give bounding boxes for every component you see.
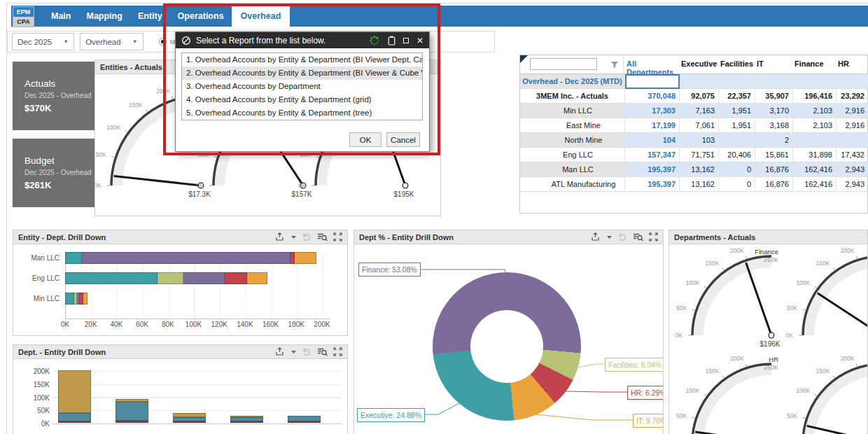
- table-cell[interactable]: 3,168: [755, 118, 793, 133]
- log-zoom-icon[interactable]: [633, 232, 643, 241]
- table-cell[interactable]: 20,406: [719, 148, 755, 162]
- table-cell[interactable]: 2,916: [836, 118, 868, 133]
- table-cell[interactable]: 13,162: [680, 177, 719, 192]
- table-cell[interactable]: 22,357: [719, 89, 755, 104]
- bar-segment-executive[interactable]: [65, 293, 74, 304]
- bar-segment-min-llc[interactable]: [173, 421, 206, 423]
- table-cell[interactable]: North Mine: [520, 133, 625, 148]
- expand-icon[interactable]: [649, 232, 658, 241]
- bar-segment-eng-llc[interactable]: [58, 413, 91, 421]
- nav-item-entity[interactable]: Entity: [130, 6, 170, 27]
- bar-segment-hr[interactable]: [225, 272, 247, 284]
- bar-segment-it[interactable]: [295, 252, 316, 264]
- table-cell[interactable]: 7,163: [680, 104, 719, 118]
- column-header-facilities[interactable]: Facilities: [718, 55, 754, 74]
- table-cell[interactable]: [719, 74, 755, 89]
- table-cell[interactable]: 92,075: [680, 89, 719, 104]
- scenario-select[interactable]: Overhead ▼: [80, 33, 143, 50]
- bar-segment-min-llc[interactable]: [115, 421, 148, 423]
- table-cell[interactable]: [836, 133, 868, 148]
- log-zoom-icon[interactable]: [317, 232, 328, 241]
- cancel-button[interactable]: Cancel: [386, 132, 420, 147]
- table-cell[interactable]: [680, 74, 719, 89]
- nav-item-overhead[interactable]: Overhead: [232, 6, 290, 27]
- close-icon[interactable]: ✕: [416, 36, 424, 45]
- table-cell[interactable]: 162,416: [793, 177, 836, 192]
- budget-card[interactable]: Budget Dec 2025 - Overhead $261K: [13, 139, 94, 207]
- log-zoom-icon[interactable]: [317, 347, 328, 356]
- export-caret-icon[interactable]: [291, 347, 296, 356]
- column-header-it[interactable]: IT: [754, 55, 792, 74]
- bar-segment-it[interactable]: [83, 293, 88, 304]
- table-cell[interactable]: 104: [625, 133, 680, 148]
- export-caret-icon[interactable]: [607, 232, 612, 241]
- table-cell[interactable]: 31,898: [793, 148, 836, 162]
- table-cell[interactable]: 162,416: [793, 162, 836, 177]
- column-header-finance[interactable]: Finance: [792, 55, 835, 74]
- bar-segment-min-llc[interactable]: [288, 421, 321, 423]
- table-cell[interactable]: 0: [719, 162, 755, 177]
- period-select[interactable]: Dec 2025 ▼: [12, 33, 74, 50]
- table-cell[interactable]: 0: [719, 177, 755, 192]
- undo-icon[interactable]: [302, 347, 312, 356]
- table-cell[interactable]: 16,876: [755, 177, 793, 192]
- column-header-all-departments[interactable]: All Departments: [624, 55, 678, 74]
- table-cell[interactable]: Man LLC: [520, 162, 625, 177]
- table-cell[interactable]: 2,943: [836, 162, 868, 177]
- table-cell[interactable]: 2,916: [836, 104, 868, 118]
- select-all-corner-icon[interactable]: [520, 55, 528, 63]
- table-cell[interactable]: 17,303: [625, 104, 680, 118]
- bar-segment-min-llc[interactable]: [58, 421, 91, 423]
- bar-segment-eng-llc[interactable]: [115, 402, 148, 421]
- search-input[interactable]: [530, 58, 597, 70]
- table-cell[interactable]: 196,416: [793, 89, 836, 104]
- table-cell[interactable]: 2,103: [793, 118, 836, 133]
- table-cell[interactable]: 3,170: [755, 104, 793, 118]
- export-icon[interactable]: [275, 232, 286, 241]
- column-header-executive[interactable]: Executive: [678, 55, 718, 74]
- table-cell[interactable]: Min LLC: [520, 104, 625, 118]
- table-cell[interactable]: Eng LLC: [520, 148, 625, 162]
- maximize-icon[interactable]: [403, 38, 409, 43]
- table-cell[interactable]: 1,951: [719, 118, 755, 133]
- report-list-item[interactable]: 2. Overhead Accounts by Entity & Departm…: [182, 66, 422, 80]
- expand-icon[interactable]: [333, 347, 342, 356]
- bar-segment-it[interactable]: [247, 272, 267, 284]
- expand-icon[interactable]: [333, 232, 342, 241]
- bar-segment-min-llc[interactable]: [230, 421, 263, 423]
- table-cell[interactable]: 2,943: [836, 177, 868, 192]
- table-cell[interactable]: 17,432: [836, 148, 868, 162]
- table-cell[interactable]: 23,292: [836, 89, 868, 104]
- bar-segment-executive[interactable]: [65, 252, 82, 264]
- table-cell[interactable]: [793, 133, 836, 148]
- table-cell[interactable]: 7,061: [680, 118, 719, 133]
- table-cell[interactable]: 1,951: [719, 104, 755, 118]
- export-caret-icon[interactable]: [291, 232, 296, 241]
- bar-segment-eng-llc[interactable]: [288, 416, 321, 421]
- table-cell[interactable]: [719, 133, 755, 148]
- table-cell[interactable]: 35,907: [755, 89, 793, 104]
- report-list-item[interactable]: 3. Overhead Accounts by Department: [182, 80, 422, 93]
- table-cell[interactable]: 16,876: [755, 162, 793, 177]
- table-cell[interactable]: 195,397: [625, 162, 680, 177]
- bar-segment-facilities[interactable]: [158, 272, 183, 284]
- column-header-hr[interactable]: HR: [835, 55, 867, 74]
- table-cell[interactable]: 157,347: [625, 148, 680, 162]
- table-cell[interactable]: 2: [755, 133, 793, 148]
- table-cell[interactable]: 13,162: [680, 162, 719, 177]
- table-cell[interactable]: 17,199: [625, 118, 680, 133]
- table-cell[interactable]: [836, 74, 868, 89]
- bar-segment-man-llc[interactable]: [58, 370, 91, 413]
- ok-button[interactable]: OK: [349, 132, 382, 147]
- table-cell[interactable]: 15,861: [755, 148, 793, 162]
- dialog-titlebar[interactable]: Select a Report from the list below. ✕: [176, 32, 429, 48]
- undo-icon[interactable]: [617, 232, 627, 241]
- report-list-item[interactable]: 1. Overhead Accounts by Entity & Departm…: [182, 53, 422, 66]
- nav-item-main[interactable]: Main: [43, 6, 78, 27]
- table-cell[interactable]: 2,103: [793, 104, 836, 118]
- table-cell[interactable]: [793, 74, 836, 89]
- table-cell[interactable]: [625, 74, 680, 89]
- export-icon[interactable]: [275, 347, 286, 356]
- report-list-item[interactable]: 5. Overhead Accounts by Entity & Departm…: [182, 106, 422, 120]
- table-cell[interactable]: East Mine: [520, 118, 625, 133]
